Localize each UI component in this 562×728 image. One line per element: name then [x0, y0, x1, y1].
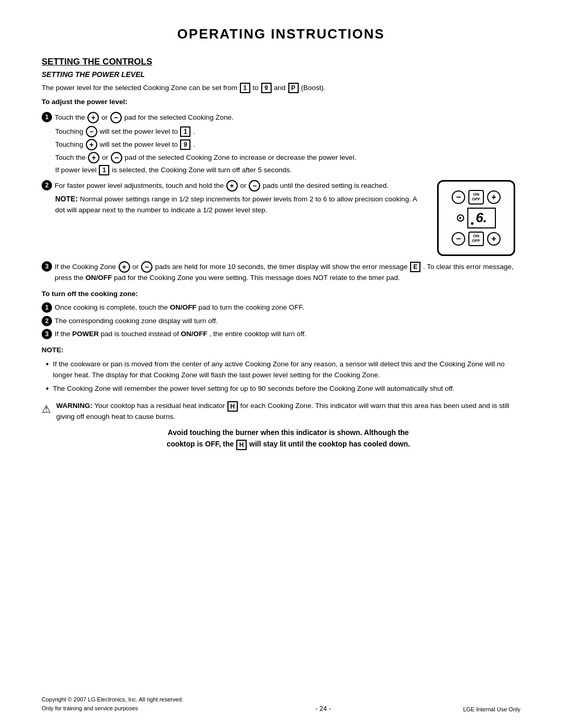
minus-icon: −	[110, 112, 122, 123]
turnoff1-end: pad to turn the cooking zone OFF.	[198, 303, 304, 311]
display-number: 6.	[476, 210, 487, 226]
step1-bullet: 1	[42, 112, 52, 122]
turnoff1-bold: ON/OFF	[170, 303, 196, 311]
step2-end: pads until the desired setting is reache…	[263, 181, 389, 189]
step2-with-figure: 2 For faster power level adjustments, to…	[42, 180, 520, 256]
page-title: OPERATING INSTRUCTIONS	[42, 26, 520, 42]
step1-sub3: Touch the + or − pad of the selected Coo…	[55, 152, 520, 163]
cooktop-top-row: − ON OFF +	[443, 190, 509, 205]
warning-label: WARNING:	[56, 402, 93, 410]
step3-or: or	[132, 262, 140, 270]
warning-h-icon2: H	[236, 440, 247, 450]
step3-text: If the Cooking Zone	[55, 262, 116, 270]
turnoff-step2: 2 The corresponding cooking zone display…	[42, 316, 520, 327]
intro-text: The power level for the selected Cooking…	[42, 84, 237, 92]
footer-copyright: Copyright © 2007 LG Electronics, Inc. Al…	[42, 695, 183, 704]
step3-minus-icon: −	[141, 261, 152, 273]
note2-section: NOTE: • If the cookware or pan is moved …	[42, 345, 520, 394]
sub3-end: pad of the selected Cooking Zone to incr…	[125, 153, 356, 161]
warning-bold1: Avoid touching the burner when this indi…	[168, 428, 408, 437]
turnoff3-onoff: ON/OFF	[181, 330, 207, 338]
step2-text-col: 2 For faster power level adjustments, to…	[42, 180, 427, 216]
turnoff2-bullet: 2	[42, 316, 52, 326]
footer: Copyright © 2007 LG Electronics, Inc. Al…	[42, 695, 520, 712]
footer-training: Only for training and service purposes	[42, 704, 183, 713]
sub3-text: Touch the	[55, 153, 86, 161]
cooktop-display-row: • 6.	[443, 208, 509, 228]
turnoff-step3: 3 If the POWER pad is touched instead of…	[42, 329, 520, 340]
step2-or: or	[240, 181, 248, 189]
adjust-label: To adjust the power level:	[42, 97, 520, 108]
on-off-btn-top: ON OFF	[468, 190, 484, 205]
step-3: 3 If the Cooking Zone + or − pads are he…	[42, 261, 520, 284]
step1-pad: pad for the selected Cooking Zone.	[124, 113, 234, 121]
cooktop-figure: − ON OFF + • 6. −	[437, 180, 520, 256]
display-dot-left: •	[457, 214, 464, 222]
step2-bullet: 2	[42, 180, 52, 190]
sub4-text: If power level	[55, 166, 97, 174]
step3-error-icon: E	[410, 262, 420, 272]
warning-h-icon: H	[227, 401, 238, 412]
step3-plus-icon: +	[119, 261, 130, 273]
bullet2-dot: •	[46, 385, 49, 393]
from-icon: 1	[240, 83, 250, 93]
warning-triangle-icon: ⚠	[42, 401, 51, 417]
subsection-title: SETTING THE POWER LEVEL	[42, 70, 520, 79]
bottom-plus-btn: +	[487, 232, 501, 246]
bullet2-text: The Cooking Zone will remember the power…	[53, 384, 455, 394]
sub2-plus-icon: +	[86, 139, 97, 150]
to-icon: 9	[261, 83, 272, 93]
section-title: SETTING THE CONTROLS	[42, 57, 520, 67]
intro-and: and	[274, 84, 287, 92]
turnoff-label: To turn off the cooking zone:	[42, 289, 520, 300]
turnoff-step1: 1 Once cooking is complete, touch the ON…	[42, 302, 520, 313]
step3-content: If the Cooking Zone + or − pads are held…	[55, 261, 520, 284]
cooktop-display: 6.	[467, 208, 496, 228]
sub1-text: will set the power level to	[100, 127, 178, 135]
turnoff2-content: The corresponding cooking zone display w…	[55, 316, 520, 327]
page: OPERATING INSTRUCTIONS SETTING THE CONTR…	[0, 0, 562, 728]
sub1-minus-icon: −	[86, 126, 97, 137]
note-label: NOTE:	[55, 195, 78, 203]
turnoff3-mid: pad is touched instead of	[101, 330, 179, 338]
step3-pads: pads are held for more 10 seconds, the t…	[155, 262, 407, 270]
cooktop-bottom-row: − ON OFF +	[443, 232, 509, 246]
plus-icon: +	[87, 112, 99, 123]
step2-note: NOTE: Normal power settings range in 1/2…	[55, 194, 427, 216]
sub2-dot: .	[193, 140, 195, 148]
warning-text: Your cooktop has a residual heat indicat…	[94, 402, 225, 410]
step1-sub2: Touching + will set the power level to 9…	[55, 139, 520, 150]
turnoff1-content: Once cooking is complete, touch the ON/O…	[55, 302, 520, 313]
warning-bold3: will stay lit until the cooktop has cool…	[249, 440, 410, 448]
turnoff3-bold: POWER	[72, 330, 99, 338]
step1-text: Touch the	[55, 113, 85, 121]
turnoff1-text: Once cooking is complete, touch the	[55, 303, 168, 311]
sub1-prefix: Touching	[55, 127, 83, 135]
sub1-level-icon: 1	[180, 126, 190, 137]
warning-bold2: cooktop is OFF, the	[167, 440, 234, 448]
turnoff3-bullet: 3	[42, 329, 52, 339]
bullet1-text: If the cookware or pan is moved from the…	[53, 359, 520, 381]
boost-icon: P	[288, 83, 299, 93]
sub3-plus-icon: +	[88, 152, 99, 163]
step1-or: or	[101, 113, 108, 121]
sub3-or: or	[102, 153, 110, 161]
top-plus-btn: +	[487, 190, 501, 204]
step2-text: For faster power level adjustments, touc…	[55, 181, 224, 189]
step3-end: pad for the Cooking Zone you were settin…	[114, 274, 400, 282]
turnoff1-bullet: 1	[42, 302, 52, 313]
step-1: 1 Touch the + or − pad for the selected …	[42, 112, 520, 123]
warning-bold-text: Avoid touching the burner when this indi…	[56, 427, 520, 450]
intro-boost-label: (Boost).	[301, 84, 325, 92]
step1-sub4: If power level 1 is selected, the Cookin…	[55, 165, 520, 176]
top-minus-btn: −	[452, 190, 465, 204]
step2-plus-icon: +	[226, 180, 238, 191]
step1-sub1: Touching − will set the power level to 1…	[55, 126, 520, 137]
step2-content: For faster power level adjustments, touc…	[55, 180, 427, 191]
warning-block: ⚠ WARNING: Your cooktop has a residual h…	[42, 401, 520, 450]
turnoff3-pre: If the	[55, 330, 70, 338]
bullet-item-1: • If the cookware or pan is moved from t…	[46, 359, 520, 381]
bullet1-dot: •	[46, 360, 49, 368]
warning-text-col: WARNING: Your cooktop has a residual hea…	[56, 401, 520, 450]
sub3-minus-icon: −	[111, 152, 122, 163]
